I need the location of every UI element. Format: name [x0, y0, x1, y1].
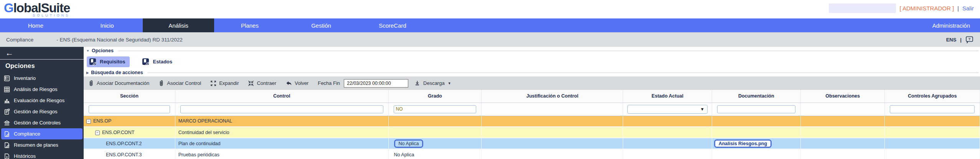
nav-item-inicio[interactable]: Inicio: [71, 18, 143, 32]
control-value: Continuidad del servicio: [175, 127, 388, 138]
download-icon: [414, 80, 420, 86]
column-header-observaciones[interactable]: Observaciones: [800, 90, 885, 103]
breadcrumb-separator: |: [960, 37, 962, 43]
nav-item-analisis[interactable]: Análisis: [143, 18, 214, 32]
filter-grado-input[interactable]: [394, 105, 477, 113]
nav-item-administracion[interactable]: Administración: [932, 18, 980, 32]
breadcrumb-title: - ENS (Esquema Nacional de Seguridad) RD…: [56, 37, 182, 43]
sidebar-item-analisis-de-riesgos[interactable]: Análisis de Riesgos: [0, 84, 84, 95]
table-row-ens-op[interactable]: −ENS.OP MARCO OPERACIONAL: [84, 116, 980, 127]
expandir-button[interactable]: Expandir: [210, 80, 239, 86]
globalsuite-logo: GlobalSuite SOLUTIONS: [4, 2, 70, 17]
control-value: Plan de continuidad: [175, 138, 388, 149]
descarga-button[interactable]: Descarga ▼: [414, 80, 451, 86]
svg-text:?: ?: [968, 37, 971, 41]
column-header-justificacion[interactable]: Justificación o Control: [482, 90, 623, 103]
undo-icon: [285, 80, 292, 86]
tab-estados[interactable]: Estados: [140, 56, 177, 67]
table-row-ens-op-cont[interactable]: −ENS.OP.CONT Continuidad del servicio: [84, 127, 980, 138]
options-section-header[interactable]: ▼ Opciones: [84, 47, 980, 55]
table-row-ens-op-cont-2[interactable]: ENS.OP.CONT.2 Plan de continuidad No Apl…: [84, 138, 980, 149]
search-actions-label: Búsqueda de acciones: [91, 70, 143, 75]
role-label: [ ADMINISTRADOR ]: [899, 5, 954, 12]
seccion-value: ENS.OP.CONT: [102, 130, 135, 135]
table-row-ens-op-cont-3[interactable]: ENS.OP.CONT.3 Pruebas periódicas No Apli…: [84, 149, 980, 159]
doc-plus-icon: [4, 153, 10, 159]
asociar-documentacion-button[interactable]: Asociar Documentación: [88, 80, 149, 86]
search-actions-section-header[interactable]: ▶ Búsqueda de acciones: [84, 69, 980, 76]
paperclip-icon: [158, 80, 164, 86]
button-label: Asociar Documentación: [97, 80, 149, 86]
breadcrumb-left: Compliance - ENS (Esquema Nacional de Se…: [0, 37, 183, 43]
chevron-right-icon: ▶: [86, 71, 89, 75]
column-header-control[interactable]: Control: [175, 90, 388, 103]
logout-link[interactable]: Salir: [962, 5, 974, 12]
sidebar-title: Opciones: [0, 60, 84, 73]
filter-documentacion-input[interactable]: [717, 105, 795, 113]
table-filter-row: ▼: [84, 103, 980, 116]
chevron-down-icon: ▼: [700, 107, 704, 111]
volver-button[interactable]: Volver: [285, 80, 309, 86]
sidebar-item-label: Históricos: [14, 153, 36, 159]
control-value: Pruebas periódicas: [175, 149, 388, 159]
tab-requisitos[interactable]: Requisitos: [87, 56, 130, 67]
sidebar-item-compliance[interactable]: Compliance: [1, 128, 82, 139]
column-header-grado[interactable]: Grado: [388, 90, 482, 103]
filter-controles-agrupados-input[interactable]: [890, 105, 975, 113]
sidebar-item-inventario[interactable]: Inventario: [0, 73, 84, 84]
button-label: Descarga: [423, 80, 445, 86]
grado-selected-cell[interactable]: No Aplica: [394, 139, 424, 148]
fecha-fin-input[interactable]: [344, 79, 408, 88]
documentation-link[interactable]: Analisis Riesgos.png: [714, 139, 772, 148]
column-header-documentacion[interactable]: Documentación: [712, 90, 800, 103]
sidebar-item-gestion-de-riesgos[interactable]: Gestión de Riesgos: [0, 106, 84, 117]
sidebar-item-label: Compliance: [14, 131, 40, 137]
nav-item-scorecard[interactable]: ScoreCard: [357, 18, 428, 32]
help-icon[interactable]: ?: [965, 36, 974, 43]
asociar-control-button[interactable]: Asociar Control: [158, 80, 201, 86]
header-separator: |: [957, 5, 959, 12]
button-label: Expandir: [219, 80, 239, 86]
button-label: Asociar Control: [167, 80, 201, 86]
nav-item-home[interactable]: Home: [0, 18, 71, 32]
app-header: GlobalSuite SOLUTIONS [ ADMINISTRADOR ] …: [0, 0, 980, 18]
seccion-value: ENS.OP.CONT.2: [106, 141, 142, 146]
sidebar-item-label: Evaluación de Riesgos: [14, 98, 64, 103]
main-content: ▼ Opciones Requisitos Estados: [84, 47, 980, 159]
nav-item-gestion[interactable]: Gestión: [285, 18, 357, 32]
seccion-value: ENS.OP.CONT.3: [106, 152, 142, 157]
column-header-seccion[interactable]: Sección: [84, 90, 175, 103]
tab-label: Estados: [153, 59, 172, 65]
breadcrumb-section: Compliance: [6, 37, 33, 43]
sidebar-collapse-button[interactable]: ←: [0, 47, 84, 58]
doc-pencil-tab-icon: [142, 58, 150, 66]
sidebar-item-evaluacion-de-riesgos[interactable]: Evaluación de Riesgos: [0, 95, 84, 106]
nav-item-planes[interactable]: Planes: [214, 18, 285, 32]
sidebar: ← Opciones Inventario Análisis de Riesgo…: [0, 47, 84, 159]
column-header-estado-actual[interactable]: Estado Actual: [623, 90, 712, 103]
column-header-controles-agrupados[interactable]: Controles Agrupados: [885, 90, 980, 103]
filter-control-input[interactable]: [180, 105, 383, 113]
framework-label: ENS: [946, 37, 957, 43]
contract-icon: [248, 80, 254, 86]
grid-icon: [4, 86, 10, 93]
doc-pencil-icon: [4, 142, 10, 148]
collapse-toggle-icon[interactable]: −: [86, 119, 91, 124]
expand-icon: [210, 80, 216, 86]
table-header-row: Sección Control Grado Justificación o Co…: [84, 90, 980, 103]
control-value: MARCO OPERACIONAL: [175, 116, 388, 127]
bar-chart-icon: [4, 98, 10, 104]
sidebar-item-resumen-de-planes[interactable]: Resumen de planes: [0, 139, 84, 151]
tabs-row: Requisitos Estados: [84, 55, 980, 69]
sidebar-item-label: Gestión de Controles: [14, 120, 61, 126]
contraer-button[interactable]: Contraer: [248, 80, 276, 86]
sidebar-item-historicos[interactable]: Históricos: [0, 151, 84, 159]
button-label: Volver: [295, 80, 309, 86]
logo-rest: lobalSuite: [13, 1, 70, 15]
sidebar-item-gestion-de-controles[interactable]: Gestión de Controles: [0, 117, 84, 128]
collapse-toggle-icon[interactable]: −: [95, 131, 100, 135]
filter-estado-actual-select[interactable]: ▼: [627, 105, 707, 114]
tab-label: Requisitos: [100, 59, 125, 65]
chevron-down-icon: ▼: [448, 81, 451, 85]
filter-seccion-input[interactable]: [89, 105, 170, 113]
